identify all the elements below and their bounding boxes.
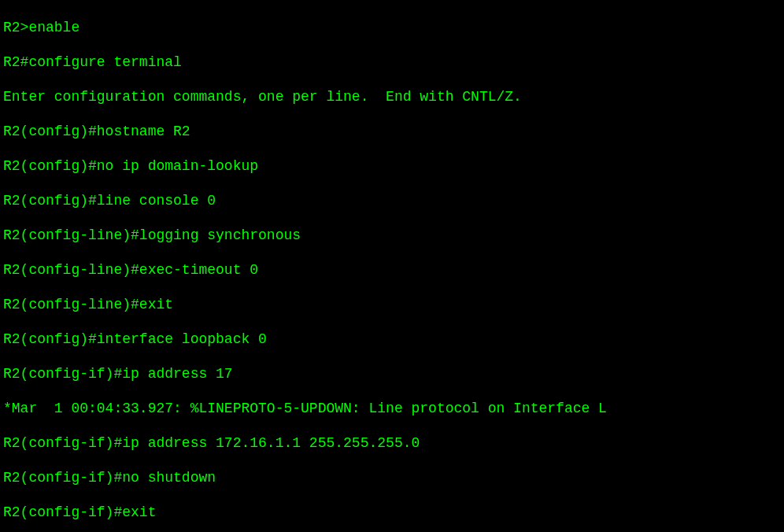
terminal-line: R2(config-line)#logging synchronous: [3, 227, 781, 244]
terminal-line: R2(config)#line console 0: [3, 192, 781, 209]
terminal-line: R2(config-if)#exit: [3, 504, 781, 521]
terminal-line: R2(config)#hostname R2: [3, 123, 781, 140]
terminal-line: R2#configure terminal: [3, 54, 781, 71]
terminal-line: R2(config)#interface loopback 0: [3, 331, 781, 348]
terminal-line: R2(config)#no ip domain-lookup: [3, 157, 781, 175]
terminal-line: R2(config-if)#no shutdown: [3, 469, 781, 486]
terminal-line: R2(config-if)#ip address 17: [3, 365, 781, 382]
terminal-line: *Mar 1 00:04:33.927: %LINEPROTO-5-UPDOWN…: [3, 400, 781, 417]
terminal-line: R2>enable: [3, 19, 781, 36]
terminal-line: R2(config-line)#exec-timeout 0: [3, 261, 781, 279]
terminal-line: R2(config-if)#ip address 172.16.1.1 255.…: [3, 434, 781, 452]
terminal-line: Enter configuration commands, one per li…: [3, 88, 781, 105]
terminal-output[interactable]: R2>enable R2#configure terminal Enter co…: [3, 2, 781, 530]
terminal-line: R2(config-line)#exit: [3, 296, 781, 313]
